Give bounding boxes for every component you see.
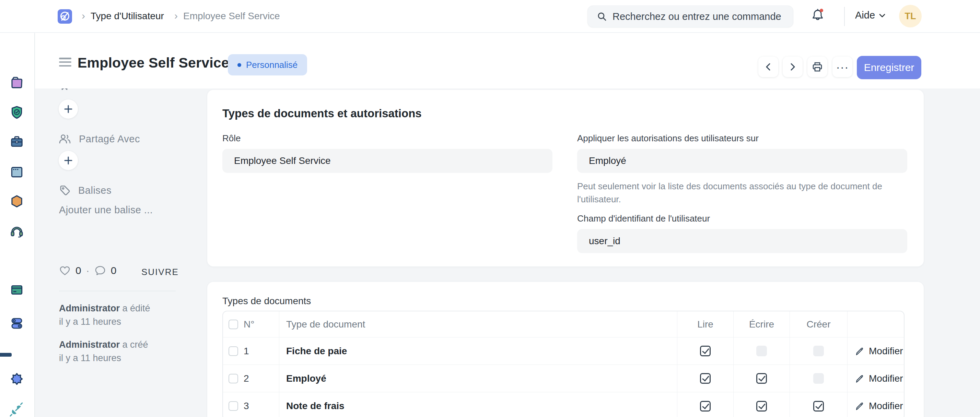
badge-dot-icon [237,63,241,67]
user-avatar[interactable]: TL [899,5,922,27]
table-row: 2 Employé Modifier [223,365,904,392]
table-body: 1 Fiche de paie Modifier 2 Employé Modif [223,338,904,417]
activity-user: Administrator [59,303,120,314]
shield-check-icon[interactable] [9,105,25,121]
row-number: 2 [243,373,249,384]
apply-on-value: Employé [589,155,626,166]
activity-action: a créé [120,339,148,350]
edit-row-button[interactable]: Modifier [848,338,904,365]
folder-icon[interactable] [9,75,25,91]
table-header-row: N° Type de document Lire Écrire Créer [223,311,904,338]
row-select-checkbox[interactable] [229,346,238,356]
breadcrumb-record[interactable]: Employee Self Service [183,11,280,22]
create-checkbox[interactable] [813,346,824,356]
doctype-name[interactable]: Employé [286,373,326,384]
activity-action: a édité [120,303,150,314]
table-row: 1 Fiche de paie Modifier [223,338,904,365]
chevron-left-icon [764,62,773,72]
col-actions [848,311,904,337]
tags-label: Balises [78,185,111,196]
heart-icon[interactable] [59,265,71,276]
breadcrumb-chevron: › [82,10,85,22]
next-record-button[interactable] [783,57,803,77]
permissions-card: Types de documents et autorisations Rôle… [207,90,924,266]
notifications-button[interactable] [810,8,827,25]
app-logo[interactable] [58,9,72,24]
help-label: Aide [855,10,875,21]
col-read: Lire [677,311,733,337]
select-all-checkbox[interactable] [229,320,238,329]
create-checkbox[interactable] [813,401,824,412]
user-id-field-value: user_id [589,236,620,247]
edit-row-button[interactable]: Modifier [848,392,904,417]
edit-label: Modifier [869,401,903,412]
comments-count: 0 [111,265,117,276]
pencil-icon [854,346,865,356]
read-checkbox[interactable] [700,373,711,384]
browser-window-icon[interactable] [9,164,25,180]
chevron-right-icon [788,62,797,72]
more-options-button[interactable]: ··· [832,57,852,77]
document-types-title: Types de documents [222,296,311,307]
activity-entry: Administrator a créé il y a 11 heures [59,338,183,365]
users-icon [58,133,72,145]
chevron-down-icon [878,13,886,18]
toggles-icon[interactable] [9,316,25,331]
edit-row-button[interactable]: Modifier [848,365,904,392]
table-row: 3 Note de frais Modifier [223,392,904,417]
card-icon[interactable] [9,282,25,298]
likes-count: 0 [75,265,81,276]
save-button[interactable]: Enregistrer [857,56,921,79]
add-share-button[interactable] [59,151,78,170]
sidebar-item-shared-with[interactable]: Partagé Avec [58,133,140,145]
edit-label: Modifier [869,346,903,357]
breadcrumb-doctype[interactable]: Type d'Utilisateur [91,11,164,22]
prev-record-button[interactable] [758,57,778,77]
write-checkbox[interactable] [756,401,767,412]
create-checkbox[interactable] [813,373,824,384]
dot-separator: · [86,265,89,276]
search-icon [597,11,607,22]
write-checkbox[interactable] [756,373,767,384]
read-checkbox[interactable] [700,346,711,356]
row-select-checkbox[interactable] [229,401,238,411]
user-id-field-input[interactable]: user_id [577,229,907,253]
apply-on-input[interactable]: Employé [577,149,907,173]
role-input[interactable]: Employee Self Service [222,149,552,173]
briefcase-icon[interactable] [9,134,25,150]
pencil-icon [854,401,865,411]
plus-icon [64,105,73,114]
row-select-checkbox[interactable] [229,374,238,384]
activity-time: il y a 11 heures [59,315,183,328]
write-checkbox[interactable] [756,346,767,356]
page-title: Employee Self Service [78,55,229,71]
doctype-name[interactable]: Note de frais [286,401,345,412]
pencil-icon [854,373,865,384]
sidebar-divider [59,291,176,291]
add-review-button[interactable] [59,100,78,119]
col-number: N° [243,319,254,330]
logo-glyph-icon [58,10,72,23]
activity-user: Administrator [59,339,120,350]
plus-icon [64,156,73,165]
sidebar-item-tags[interactable]: Balises [59,184,111,196]
headset-icon[interactable] [9,223,25,239]
doctype-name[interactable]: Fiche de paie [286,346,347,357]
follow-button[interactable]: SUIVRE [142,267,179,277]
add-tag-input[interactable]: Ajouter une balise ... [59,205,153,216]
app-icon-bar [0,33,35,417]
edit-label: Modifier [869,373,903,384]
comment-icon[interactable] [94,265,106,276]
read-checkbox[interactable] [700,401,711,412]
print-button[interactable] [807,57,827,77]
apply-on-help: Peut seulement voir la liste des documen… [577,180,896,206]
tag-icon [59,184,71,196]
help-dropdown[interactable]: Aide [855,10,886,21]
hexagon-icon[interactable] [9,193,25,209]
global-search-input[interactable]: Recherchez ou entrez une commande [587,5,793,27]
sidebar-toggle-button[interactable] [59,58,72,67]
plug-icon[interactable] [9,401,25,417]
role-value: Employee Self Service [234,155,331,166]
row-number: 3 [243,401,249,412]
gear-icon[interactable] [9,371,25,387]
